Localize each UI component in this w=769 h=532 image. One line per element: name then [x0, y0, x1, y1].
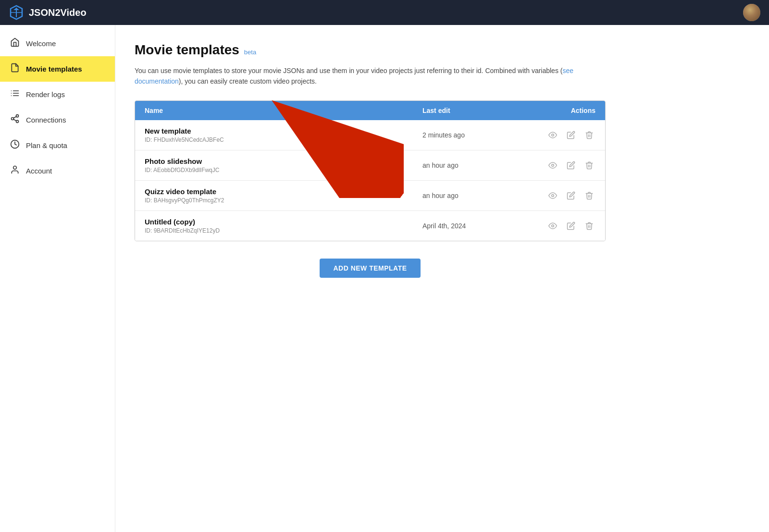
view-button[interactable] — [546, 159, 559, 172]
logo-text: JSON2Video — [29, 7, 87, 18]
table-row: Photo slideshow ID: AEobbDfGDXb9dlIFwqJC… — [135, 150, 605, 181]
last-edit: 2 minutes ago — [422, 131, 519, 139]
svg-point-19 — [552, 164, 554, 167]
sidebar-item-label: Account — [26, 167, 52, 175]
table-header: Name Last edit Actions — [135, 101, 605, 120]
template-name: Photo slideshow — [145, 157, 422, 165]
view-button[interactable] — [546, 189, 559, 202]
templates-table: Name Last edit Actions New template ID: … — [135, 100, 606, 241]
logo: JSON2Video — [9, 5, 87, 20]
topbar: JSON2Video — [0, 0, 769, 25]
sidebar-item-label: Connections — [26, 116, 66, 124]
svg-line-14 — [13, 116, 16, 118]
svg-point-21 — [552, 225, 554, 227]
sidebar-item-movie-templates[interactable]: Movie templates — [0, 56, 115, 82]
last-edit: an hour ago — [422, 161, 519, 169]
main-wrapper: Movie templates beta You can use movie t… — [115, 25, 769, 532]
sidebar: Welcome Movie templates — [0, 25, 115, 532]
add-new-template-button[interactable]: ADD NEW TEMPLATE — [320, 259, 420, 278]
row-actions — [519, 159, 595, 172]
delete-button[interactable] — [583, 220, 595, 232]
view-button[interactable] — [546, 220, 559, 232]
sidebar-item-label: Movie templates — [26, 65, 82, 73]
sidebar-item-label: Plan & quota — [26, 141, 67, 149]
view-button[interactable] — [546, 129, 559, 141]
list-icon — [10, 88, 20, 100]
plan-icon — [10, 139, 20, 151]
account-icon — [10, 165, 20, 177]
template-info: Photo slideshow ID: AEobbDfGDXb9dlIFwqJC — [145, 157, 422, 173]
description-text-1: You can use movie templates to store you… — [135, 67, 562, 74]
edit-button[interactable] — [565, 220, 577, 232]
svg-point-16 — [13, 166, 17, 170]
template-id: ID: FHDuxhVe5NCedcAJBFeC — [145, 136, 422, 143]
template-name: Quizz video template — [145, 187, 422, 196]
description-text-2: ), you can easily create custom video pr… — [179, 77, 317, 85]
sidebar-item-label: Welcome — [26, 39, 56, 48]
table-row: New template ID: FHDuxhVe5NCedcAJBFeC 2 … — [135, 120, 605, 150]
header-name: Name — [145, 107, 422, 114]
edit-button[interactable] — [565, 189, 577, 202]
page-title-row: Movie templates beta — [135, 42, 750, 58]
film-icon — [10, 63, 20, 75]
template-name: Untitled (copy) — [145, 218, 422, 226]
edit-button[interactable] — [565, 159, 577, 172]
sidebar-item-render-logs[interactable]: Render logs — [0, 82, 115, 107]
template-id: ID: 9BARDItEcHbZqIYE12yD — [145, 227, 422, 234]
sidebar-item-account[interactable]: Account — [0, 158, 115, 184]
sidebar-item-plan-quota[interactable]: Plan & quota — [0, 133, 115, 158]
template-name: New template — [145, 127, 422, 135]
template-info: New template ID: FHDuxhVe5NCedcAJBFeC — [145, 127, 422, 143]
sidebar-item-label: Render logs — [26, 90, 65, 99]
last-edit: April 4th, 2024 — [422, 222, 519, 230]
delete-button[interactable] — [583, 159, 595, 172]
page-description: You can use movie templates to store you… — [135, 65, 606, 87]
table-row: Quizz video template ID: BAHsgvyPQg0ThPm… — [135, 181, 605, 211]
main-content: Movie templates beta You can use movie t… — [115, 25, 769, 532]
header-last-edit: Last edit — [422, 107, 519, 114]
app-layout: Welcome Movie templates — [0, 25, 769, 532]
template-info: Untitled (copy) ID: 9BARDItEcHbZqIYE12yD — [145, 218, 422, 234]
template-id: ID: AEobbDfGDXb9dlIFwqJC — [145, 167, 422, 173]
edit-button[interactable] — [565, 129, 577, 141]
svg-line-13 — [13, 119, 16, 121]
sidebar-item-connections[interactable]: Connections — [0, 107, 115, 133]
svg-point-18 — [552, 134, 554, 136]
row-actions — [519, 189, 595, 202]
sidebar-item-welcome[interactable]: Welcome — [0, 31, 115, 56]
svg-point-20 — [552, 195, 554, 197]
last-edit: an hour ago — [422, 192, 519, 199]
table-row: Untitled (copy) ID: 9BARDItEcHbZqIYE12yD… — [135, 211, 605, 241]
row-actions — [519, 220, 595, 232]
header-actions: Actions — [519, 107, 595, 114]
delete-button[interactable] — [583, 129, 595, 141]
logo-icon — [9, 5, 24, 20]
home-icon — [10, 37, 20, 49]
page-title: Movie templates — [135, 42, 239, 58]
delete-button[interactable] — [583, 189, 595, 202]
beta-badge: beta — [244, 49, 256, 56]
user-avatar[interactable] — [743, 4, 760, 21]
add-button-container: ADD NEW TEMPLATE — [135, 259, 606, 278]
template-info: Quizz video template ID: BAHsgvyPQg0ThPm… — [145, 187, 422, 204]
row-actions — [519, 129, 595, 141]
template-id: ID: BAHsgvyPQg0ThPmcgZY2 — [145, 197, 422, 204]
connections-icon — [10, 114, 20, 126]
